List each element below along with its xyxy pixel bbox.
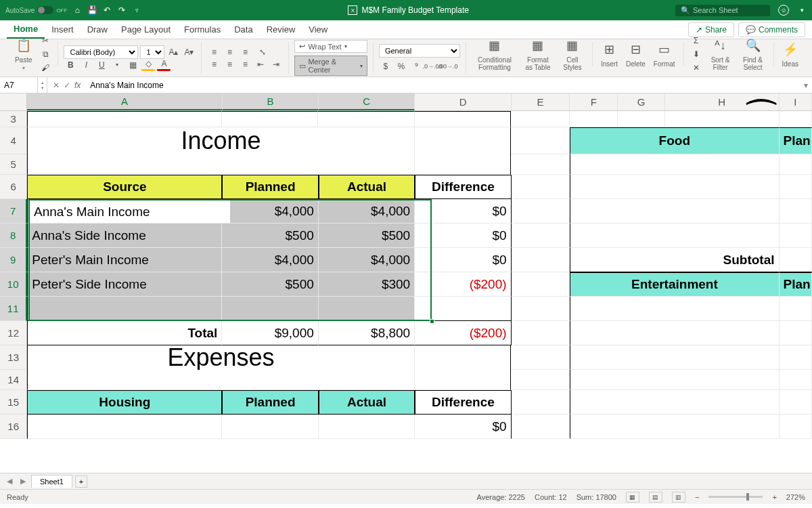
col-header-f[interactable]: F (570, 93, 618, 110)
conditional-formatting-button[interactable]: ▦Conditional Formatting (472, 37, 518, 71)
view-normal-icon[interactable]: ▦ (626, 492, 639, 503)
cell[interactable]: $4,000 (222, 248, 318, 272)
align-top-icon[interactable]: ≡ (207, 46, 221, 58)
cell[interactable]: $0 (415, 248, 511, 272)
autosum-icon[interactable]: Σ (690, 35, 703, 47)
view-page-layout-icon[interactable]: ▤ (649, 492, 662, 503)
cell[interactable]: $4,000 (222, 199, 318, 224)
tab-view[interactable]: View (302, 20, 334, 39)
format-cells-button[interactable]: ▭Format (651, 41, 678, 68)
cell[interactable] (222, 415, 318, 439)
cell[interactable]: $500 (222, 272, 318, 297)
fx-icon[interactable]: fx (74, 81, 81, 90)
cell[interactable]: $0 (415, 224, 511, 248)
cell[interactable] (319, 415, 415, 439)
wrap-text-button[interactable]: ↩Wrap Text▾ (294, 40, 367, 53)
col-header-c[interactable]: C (319, 93, 415, 110)
font-name-select[interactable]: Calibri (Body) (64, 45, 138, 59)
cell[interactable]: $300 (319, 272, 415, 297)
row-header[interactable]: 12 (0, 321, 27, 345)
increase-font-icon[interactable]: A▴ (166, 46, 180, 58)
row-header[interactable]: 5 (0, 154, 27, 175)
redo-icon[interactable]: ↷ (117, 5, 127, 15)
cell[interactable]: $500 (222, 224, 318, 248)
tab-draw[interactable]: Draw (81, 20, 114, 39)
italic-button[interactable]: I (79, 59, 93, 71)
zoom-in-button[interactable]: + (772, 493, 776, 501)
enter-formula-icon[interactable]: ✓ (64, 81, 70, 90)
select-all-corner[interactable] (0, 93, 27, 110)
cell[interactable] (27, 415, 222, 439)
col-header-b[interactable]: B (223, 93, 319, 110)
sheet-nav-next-icon[interactable]: ▶ (18, 477, 28, 486)
view-page-break-icon[interactable]: ▥ (672, 492, 685, 503)
currency-icon[interactable]: $ (379, 60, 392, 72)
selection-handle[interactable] (430, 319, 434, 324)
cell[interactable]: Peter's Main Income (27, 248, 222, 272)
search-sheet[interactable]: 🔍 Search Sheet (675, 5, 770, 16)
tab-data[interactable]: Data (227, 20, 259, 39)
decrease-font-icon[interactable]: A▾ (182, 46, 196, 58)
tab-formulas[interactable]: Formulas (177, 20, 227, 39)
name-box[interactable]: A7 (0, 77, 38, 93)
autosave-toggle[interactable]: AutoSave OFF (5, 6, 67, 14)
cell[interactable]: Peter's Side Income (27, 272, 222, 297)
fill-color-button[interactable]: ◇ (141, 59, 155, 71)
cell[interactable]: $0 (415, 415, 511, 439)
zoom-level[interactable]: 272% (786, 493, 805, 501)
orientation-icon[interactable]: ⤡ (256, 46, 269, 58)
insert-cells-button[interactable]: ⊞Insert (598, 41, 621, 68)
col-header-a[interactable]: A (27, 93, 222, 110)
row-header[interactable]: 6 (0, 175, 27, 199)
comments-button[interactable]: 💬Comments (738, 22, 805, 37)
row-header[interactable]: 13 (0, 345, 27, 370)
tab-review[interactable]: Review (260, 20, 302, 39)
row-header[interactable]: 16 (0, 415, 27, 439)
row-header[interactable]: 8 (0, 224, 27, 248)
cancel-formula-icon[interactable]: ✕ (53, 81, 60, 90)
bold-button[interactable]: B (64, 59, 77, 71)
align-middle-icon[interactable]: ≡ (223, 46, 236, 58)
row-header[interactable]: 11 (0, 297, 27, 321)
cell[interactable]: Anna's Main Income (27, 199, 222, 224)
cell[interactable]: ($200) (415, 272, 511, 297)
sheet-tab[interactable]: Sheet1 (31, 475, 72, 488)
comma-icon[interactable]: ⁹ (410, 60, 424, 72)
cell[interactable]: $0 (415, 199, 511, 224)
align-center-icon[interactable]: ≡ (223, 58, 236, 70)
cell[interactable] (319, 297, 415, 321)
merge-center-button[interactable]: ▭Merge & Center▾ (294, 56, 367, 76)
cell[interactable]: $4,000 (319, 199, 415, 224)
underline-button[interactable]: U (95, 59, 108, 71)
decrease-indent-icon[interactable]: ⇤ (254, 58, 267, 70)
borders-button[interactable]: ▦ (126, 59, 139, 71)
qat-dropdown-icon[interactable]: ▿ (132, 5, 141, 15)
delete-cells-button[interactable]: ⊟Delete (623, 41, 648, 68)
fill-icon[interactable]: ⬇ (690, 48, 703, 60)
cell[interactable]: Anna's Side Income (27, 224, 222, 248)
row-header[interactable]: 9 (0, 248, 27, 272)
ideas-button[interactable]: ⚡Ideas (780, 41, 801, 68)
row-header[interactable]: 3 (0, 111, 27, 127)
cell[interactable] (222, 297, 318, 321)
save-icon[interactable]: 💾 (87, 5, 97, 15)
col-header-e[interactable]: E (512, 93, 570, 110)
font-size-select[interactable]: 12 (140, 45, 164, 59)
decrease-decimal-icon[interactable]: .00→.0 (441, 60, 455, 72)
align-left-icon[interactable]: ≡ (207, 58, 221, 70)
cell[interactable]: $500 (319, 224, 415, 248)
align-bottom-icon[interactable]: ≡ (238, 46, 252, 58)
cell[interactable] (27, 297, 222, 321)
increase-indent-icon[interactable]: ⇥ (269, 58, 283, 70)
row-header[interactable]: 15 (0, 390, 27, 415)
sort-filter-button[interactable]: ᴬ↓Sort & Filter (706, 37, 736, 71)
spreadsheet-grid[interactable]: A B C D E F G H I 3 ⁀ 4 Income Food Plan… (0, 93, 812, 473)
cell[interactable] (415, 297, 511, 321)
row-header[interactable]: 4 (0, 127, 27, 154)
cell-styles-button[interactable]: ▦Cell Styles (558, 37, 587, 71)
expand-formula-icon[interactable]: ▾ (800, 81, 812, 90)
cell[interactable]: $4,000 (319, 248, 415, 272)
zoom-slider[interactable] (708, 496, 763, 498)
number-format-select[interactable]: General (379, 44, 460, 58)
row-header[interactable]: 14 (0, 370, 27, 390)
